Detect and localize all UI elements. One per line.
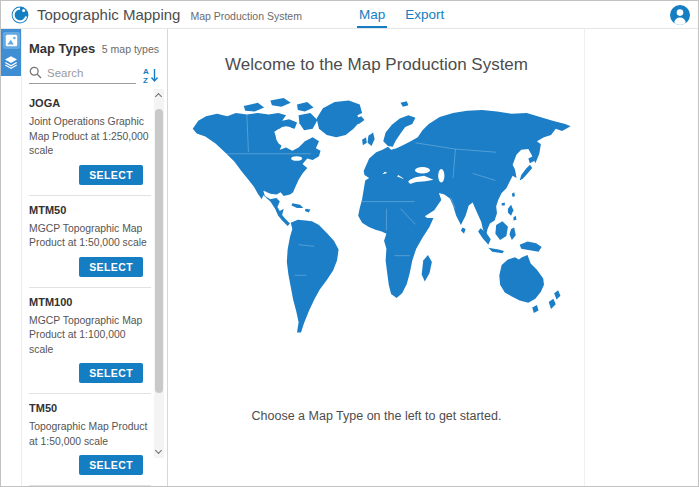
select-button-mtm50[interactable]: SELECT <box>79 257 143 277</box>
tool-rail-active-group <box>1 29 21 76</box>
map-type-description: Topographic Map Product at 1:50,000 scal… <box>29 420 149 449</box>
list-item-joga: JOGA Joint Operations Graphic Map Produc… <box>29 89 151 196</box>
search-box <box>29 66 136 84</box>
map-type-list: JOGA Joint Operations Graphic Map Produc… <box>29 89 151 486</box>
tab-map[interactable]: Map <box>357 1 387 28</box>
main-area: Welcome to the Map Production System <box>169 29 698 486</box>
select-button-mtm100[interactable]: SELECT <box>79 363 143 383</box>
map-panel-icon[interactable] <box>3 32 20 49</box>
welcome-title: Welcome to the Map Production System <box>169 55 584 75</box>
list-item-tm50: TM50 Topographic Map Product at 1:50,000… <box>29 394 151 486</box>
layers-panel-icon[interactable] <box>3 53 20 70</box>
instruction-text: Choose a Map Type on the left to get sta… <box>169 409 584 423</box>
world-map-continents <box>193 98 571 332</box>
scrollbar-thumb[interactable] <box>155 109 163 393</box>
map-type-name: MTM100 <box>29 296 149 308</box>
app-title: Topographic Mapping <box>37 6 180 23</box>
map-type-description: MGCP Topographic Map Product at 1:100,00… <box>29 314 149 358</box>
svg-text:A: A <box>143 67 149 76</box>
globe-logo-icon <box>11 6 29 24</box>
world-map <box>181 91 573 346</box>
app-subtitle: Map Production System <box>190 7 301 22</box>
map-types-count: 5 map types <box>102 43 159 55</box>
select-button-joga[interactable]: SELECT <box>79 165 143 185</box>
chevron-down-icon[interactable] <box>155 447 162 454</box>
list-item-mtm100: MTM100 MGCP Topographic Map Product at 1… <box>29 288 151 395</box>
panel-title: Map Types <box>29 41 95 56</box>
map-type-name: MTM50 <box>29 204 149 216</box>
search-icon <box>29 66 42 79</box>
tab-export[interactable]: Export <box>403 1 446 28</box>
map-types-panel-header: Map Types 5 map types A Z <box>22 29 167 84</box>
sort-az-icon[interactable]: A Z <box>143 66 159 84</box>
app-header: Topographic Mapping Map Production Syste… <box>1 1 698 29</box>
select-button-tm50[interactable]: SELECT <box>79 455 143 475</box>
map-type-description: Joint Operations Graphic Map Product at … <box>29 115 149 159</box>
app-window: Topographic Mapping Map Production Syste… <box>0 0 699 487</box>
map-types-panel: Map Types 5 map types A Z <box>22 29 168 486</box>
svg-text:Z: Z <box>143 76 148 85</box>
sidebar-scrollbar[interactable] <box>154 89 164 458</box>
header-tabs: Map Export <box>357 1 446 28</box>
chevron-up-icon[interactable] <box>155 93 162 100</box>
map-type-description: MGCP Topographic Map Product at 1:50,000… <box>29 222 149 251</box>
map-type-name: JOGA <box>29 97 149 109</box>
map-type-name: TM50 <box>29 402 149 414</box>
welcome-content: Welcome to the Map Production System <box>169 29 585 486</box>
user-avatar-icon[interactable] <box>670 5 690 25</box>
tool-rail <box>1 29 22 486</box>
search-input[interactable] <box>47 67 117 79</box>
list-item-mtm50: MTM50 MGCP Topographic Map Product at 1:… <box>29 196 151 288</box>
